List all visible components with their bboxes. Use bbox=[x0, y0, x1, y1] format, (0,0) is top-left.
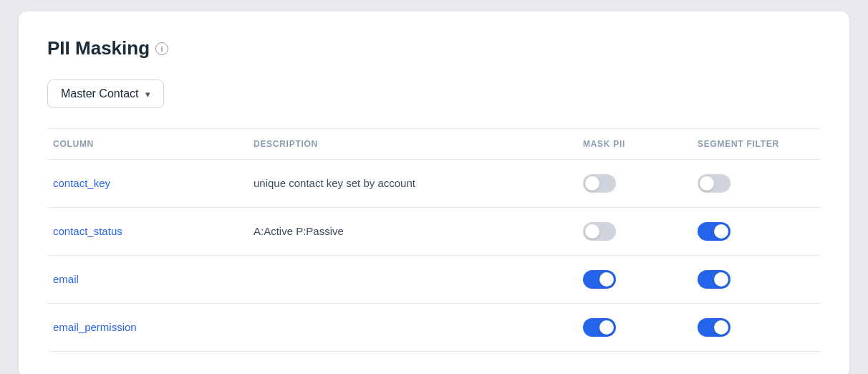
column-name-cell: email_permission bbox=[47, 318, 248, 337]
mask-pii-cell bbox=[577, 315, 692, 340]
mask-pii-cell bbox=[577, 171, 692, 196]
mask-pii-toggle[interactable] bbox=[583, 270, 616, 289]
column-link[interactable]: contact_status bbox=[53, 225, 122, 237]
description-cell bbox=[248, 277, 577, 282]
info-icon[interactable]: i bbox=[155, 42, 168, 55]
table-header: COLUMN DESCRIPTION MASK PII SEGMENT FILT… bbox=[47, 129, 821, 160]
column-link[interactable]: email_permission bbox=[53, 321, 137, 333]
header-description: DESCRIPTION bbox=[248, 136, 577, 152]
segment-filter-cell bbox=[692, 171, 821, 196]
segment-filter-cell bbox=[692, 219, 821, 244]
table-row: email bbox=[47, 256, 821, 304]
mask-pii-cell bbox=[577, 219, 692, 244]
table-row: email_permission bbox=[47, 304, 821, 352]
description-cell: A:Active P:Passive bbox=[248, 222, 577, 241]
segment-filter-cell bbox=[692, 315, 821, 340]
segment-filter-toggle[interactable] bbox=[698, 222, 730, 241]
chevron-down-icon: ▾ bbox=[145, 89, 150, 100]
dropdown-label: Master Contact bbox=[61, 87, 138, 100]
description-text: unique contact key set by account bbox=[254, 177, 415, 189]
table-body: contact_keyunique contact key set by acc… bbox=[47, 160, 821, 352]
description-cell bbox=[248, 325, 577, 330]
table-row: contact_keyunique contact key set by acc… bbox=[47, 160, 821, 208]
segment-filter-toggle[interactable] bbox=[698, 270, 730, 289]
column-link[interactable]: email bbox=[53, 273, 79, 285]
entity-dropdown[interactable]: Master Contact ▾ bbox=[47, 80, 164, 108]
mask-pii-toggle[interactable] bbox=[583, 318, 616, 337]
column-name-cell: email bbox=[47, 270, 248, 289]
segment-filter-toggle[interactable] bbox=[698, 174, 730, 193]
header-column: COLUMN bbox=[47, 136, 248, 152]
segment-filter-cell bbox=[692, 267, 821, 292]
mask-pii-toggle[interactable] bbox=[583, 222, 616, 241]
title-row: PII Masking i bbox=[47, 37, 821, 59]
main-card: PII Masking i Master Contact ▾ COLUMN DE… bbox=[19, 11, 849, 374]
column-link[interactable]: contact_key bbox=[53, 177, 110, 189]
column-name-cell: contact_status bbox=[47, 222, 248, 241]
page-title: PII Masking bbox=[47, 37, 150, 59]
data-table: COLUMN DESCRIPTION MASK PII SEGMENT FILT… bbox=[47, 128, 821, 352]
header-segment-filter: SEGMENT FILTER bbox=[692, 136, 821, 152]
header-mask-pii: MASK PII bbox=[577, 136, 692, 152]
mask-pii-cell bbox=[577, 267, 692, 292]
table-row: contact_statusA:Active P:Passive bbox=[47, 208, 821, 256]
mask-pii-toggle[interactable] bbox=[583, 174, 616, 193]
segment-filter-toggle[interactable] bbox=[698, 318, 730, 337]
description-text: A:Active P:Passive bbox=[254, 225, 344, 237]
description-cell: unique contact key set by account bbox=[248, 174, 577, 193]
column-name-cell: contact_key bbox=[47, 174, 248, 193]
